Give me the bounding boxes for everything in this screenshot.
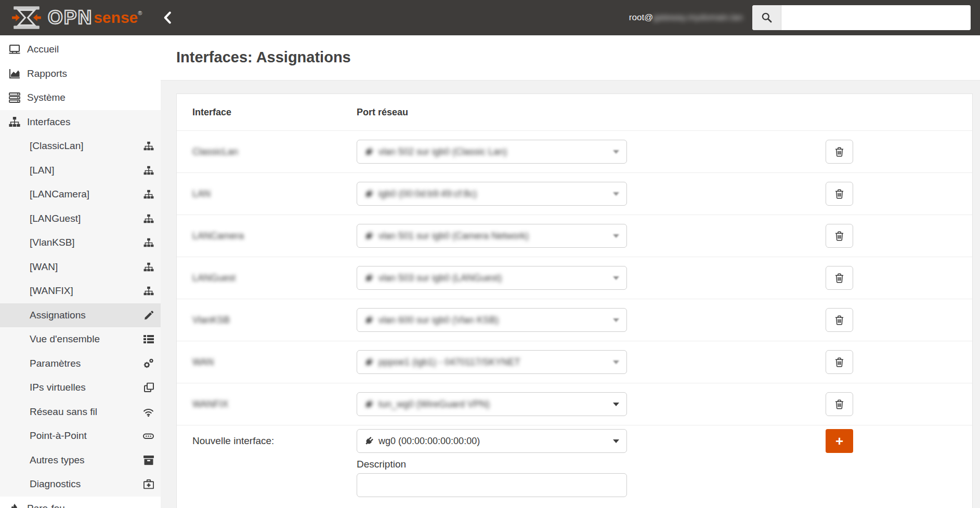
sidebar: Accueil Rapports Système	[0, 35, 161, 508]
plug-icon	[364, 189, 374, 198]
delete-interface-button[interactable]	[826, 182, 853, 206]
delete-interface-button[interactable]	[826, 350, 853, 374]
plug-icon	[364, 147, 374, 156]
port-select[interactable]: vlan 502 sur igb0 (Classic Lan)	[357, 140, 627, 164]
trash-icon	[835, 231, 844, 241]
interface-name-redacted: WAN	[192, 357, 357, 368]
sitemap-icon	[143, 190, 154, 199]
search-addon[interactable]	[752, 5, 781, 30]
sidebar-item-systeme[interactable]: Système	[0, 86, 161, 110]
port-select[interactable]: pppoe1 (igb1) - 0470117/SKYNET	[357, 350, 627, 374]
plug-icon	[364, 315, 374, 325]
add-interface-button[interactable]: +	[826, 429, 853, 453]
sidebar-item-wan[interactable]: [WAN]	[0, 255, 161, 279]
port-select[interactable]: vlan 501 sur igb0 (Camera Network)	[357, 224, 627, 248]
port-select[interactable]: igb0 (00:0d:b9:49:cf:8c)	[357, 182, 627, 206]
list-icon	[143, 335, 154, 344]
table-header-row: Interface Port réseau	[177, 94, 972, 130]
port-select[interactable]: vlan 600 sur igb0 (Vlan KSB)	[357, 308, 627, 332]
delete-interface-button[interactable]	[826, 266, 853, 290]
sidebar-item-lancamera[interactable]: [LANCamera]	[0, 182, 161, 207]
search-group	[752, 5, 971, 30]
chevron-down-icon	[613, 234, 619, 238]
sidebar-item-ips-virtuelles[interactable]: IPs virtuelles	[0, 376, 161, 400]
brand-sense: sense	[94, 9, 138, 26]
desktop-icon	[7, 44, 22, 55]
trash-icon	[835, 399, 844, 409]
delete-interface-button[interactable]	[826, 308, 853, 332]
delete-interface-button[interactable]	[826, 224, 853, 248]
sidebar-item-label: Autres types	[30, 454, 85, 466]
sidebar-item-vue-densemble[interactable]: Vue d'ensemble	[0, 327, 161, 352]
sidebar-item-classiclan[interactable]: [ClassicLan]	[0, 134, 161, 158]
sidebar-item-label: Réseau sans fil	[30, 406, 97, 418]
opnsense-logo[interactable]: OPN sense ®	[10, 6, 142, 30]
port-select-value-redacted: pppoe1 (igb1) - 0470117/SKYNET	[364, 357, 520, 368]
delete-interface-button[interactable]	[826, 140, 853, 164]
assignments-panel: Interface Port réseau ClassicLan vlan 50…	[176, 93, 973, 508]
sidebar-item-interfaces[interactable]: Interfaces	[0, 110, 161, 135]
sitemap-icon	[7, 117, 22, 127]
port-select[interactable]: vlan 503 sur igb0 (LANGuest)	[357, 266, 627, 290]
search-input[interactable]	[781, 5, 971, 30]
sidebar-item-lan[interactable]: [LAN]	[0, 158, 161, 183]
chevron-down-icon	[613, 318, 619, 322]
interfaces-section: Interfaces [ClassicLan] [LAN] [LANCamera…	[0, 110, 161, 497]
sidebar-item-assignations[interactable]: Assignations	[0, 303, 161, 328]
clone-icon	[144, 383, 154, 393]
port-select-value-redacted: vlan 501 sur igb0 (Camera Network)	[364, 231, 529, 242]
trash-icon	[835, 189, 844, 199]
sidebar-item-label: [WANFIX]	[30, 285, 73, 297]
sidebar-item-label: Interfaces	[27, 116, 70, 128]
search-icon	[761, 12, 773, 23]
port-select-value-redacted: igb0 (00:0d:b9:49:cf:8c)	[364, 189, 477, 199]
sidebar-item-rapports[interactable]: Rapports	[0, 62, 161, 86]
wifi-icon	[143, 407, 154, 417]
sidebar-item-label: [ClassicLan]	[30, 140, 84, 152]
brand-registered-mark: ®	[138, 10, 142, 16]
sidebar-item-label: [LAN]	[30, 165, 55, 176]
sidebar-item-reseau-sans-fil[interactable]: Réseau sans fil	[0, 400, 161, 424]
table-row: WANFIX tun_wg0 (WireGuard VPN)	[177, 383, 972, 425]
column-header-interface: Interface	[192, 107, 357, 118]
sidebar-item-diagnostics[interactable]: Diagnostics	[0, 472, 161, 497]
plug-icon	[364, 231, 374, 240]
interface-name-redacted: WANFIX	[192, 399, 357, 410]
page-title: Interfaces: Assignations	[161, 35, 980, 66]
main-content: Interfaces: Assignations Interface Port …	[161, 35, 980, 508]
new-interface-row: Nouvelle interface: wg0 (00:00:00:00:00:…	[177, 425, 972, 508]
sidebar-collapse-button[interactable]	[163, 11, 172, 24]
sidebar-item-parametres[interactable]: Paramètres	[0, 352, 161, 376]
sidebar-item-wanfix[interactable]: [WANFIX]	[0, 279, 161, 303]
sidebar-item-languest[interactable]: [LANGuest]	[0, 207, 161, 231]
sidebar-item-pare-feu[interactable]: Pare-feu	[0, 497, 161, 508]
sidebar-item-label: Assignations	[30, 310, 86, 321]
user-hostname-redacted: gateway.mydomain.lan	[653, 12, 743, 22]
new-interface-port-select[interactable]: wg0 (00:00:00:00:00:00)	[357, 429, 627, 453]
user-prefix: root@	[629, 12, 654, 22]
port-select-value-redacted: vlan 600 sur igb0 (Vlan KSB)	[364, 315, 499, 326]
description-input[interactable]	[357, 473, 627, 497]
port-select[interactable]: tun_wg0 (WireGuard VPN)	[357, 392, 627, 416]
table-row: VlanKSB vlan 600 sur igb0 (Vlan KSB)	[177, 299, 972, 341]
sidebar-item-autres-types[interactable]: Autres types	[0, 448, 161, 473]
table-row: LAN igb0 (00:0d:b9:49:cf:8c)	[177, 172, 972, 215]
delete-interface-button[interactable]	[826, 392, 853, 416]
sidebar-item-label: Accueil	[27, 44, 59, 55]
chevron-down-icon	[613, 276, 619, 280]
table-row: LANGuest vlan 503 sur igb0 (LANGuest)	[177, 257, 972, 299]
sidebar-item-label: IPs virtuelles	[30, 382, 86, 393]
sidebar-item-label: Diagnostics	[30, 478, 81, 490]
column-header-port: Port réseau	[357, 107, 627, 118]
plug-icon	[364, 273, 374, 283]
chevron-down-icon	[613, 439, 619, 443]
sidebar-item-label: [LANCamera]	[30, 189, 89, 200]
sidebar-item-accueil[interactable]: Accueil	[0, 37, 161, 62]
server-icon	[7, 92, 22, 103]
description-label: Description	[357, 459, 627, 470]
sitemap-icon	[143, 166, 154, 175]
sidebar-item-label: Point-à-Point	[30, 430, 87, 442]
new-interface-label: Nouvelle interface:	[192, 429, 357, 453]
sidebar-item-vlanksb[interactable]: [VlanKSB]	[0, 231, 161, 255]
sidebar-item-point-a-point[interactable]: Point-à-Point	[0, 424, 161, 448]
